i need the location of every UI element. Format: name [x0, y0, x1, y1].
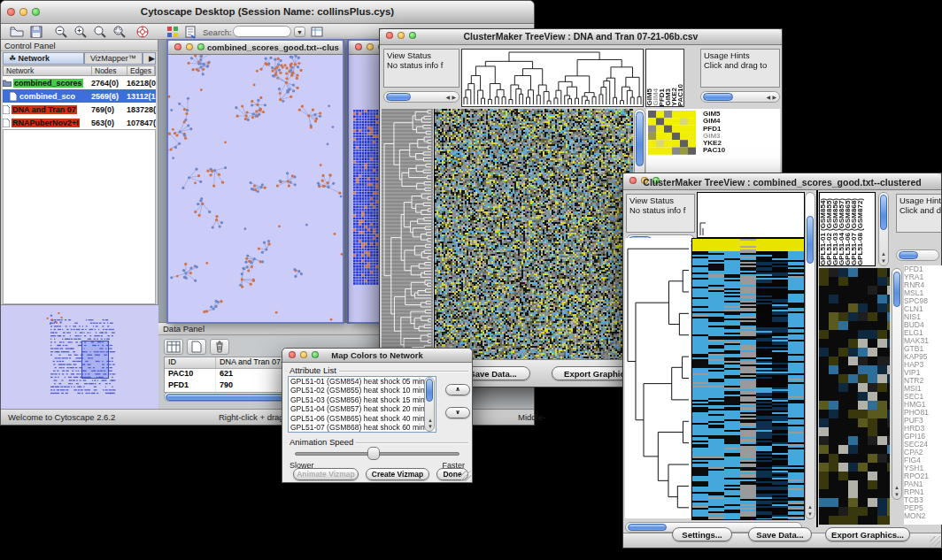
heatmap-zoom-view[interactable]	[648, 111, 696, 155]
file-icon	[10, 92, 17, 101]
main-window-title: Cytoscape Desktop (Session Name: collins…	[1, 6, 534, 17]
zoom-fit-icon[interactable]	[93, 25, 107, 39]
animation-speed-slider-thumb[interactable]	[367, 447, 380, 460]
attribute-list[interactable]: GPL51-01 (GSM854) heat shock 05 minGPL51…	[288, 376, 436, 433]
delete-attribute-icon[interactable]	[210, 339, 229, 355]
minimize-icon[interactable]	[367, 43, 374, 50]
tab-vizmapper[interactable]: VizMapper™	[84, 52, 143, 65]
table-row-selected[interactable]: combined_sco 2569(6) 13112(15)	[3, 89, 156, 103]
column-dendrogram[interactable]	[697, 192, 805, 238]
network-view-window: combined_scores_good.txt--cluste...	[166, 39, 344, 324]
desktop: Cytoscape Desktop (Session Name: collins…	[0, 0, 942, 560]
new-attribute-icon[interactable]	[187, 339, 206, 355]
control-panel-header: Control Panel	[1, 40, 158, 51]
treeview2-column-labels[interactable]: GPL51-01 (GSM854)GPL51-02 (GSM855)GPL51-…	[819, 192, 876, 266]
network-list-blank	[3, 129, 156, 304]
save-data-button[interactable]: Save Data...	[748, 527, 812, 541]
dialog-title: Map Colors to Network	[282, 350, 472, 360]
panel-divider	[816, 190, 818, 527]
control-panel: Control Panel ☘ Network VizMapper™ ▶ Net…	[1, 40, 158, 409]
resize-grip[interactable]	[930, 536, 940, 547]
animate-vizmap-button[interactable]: Animate Vizmap	[293, 468, 359, 480]
treeview2-titlebar[interactable]: ClusterMaker TreeView : combined_scores_…	[623, 173, 941, 190]
global-vscrollbar[interactable]: ▲▼	[805, 192, 815, 519]
file-icon	[3, 105, 10, 114]
treeview1-titlebar[interactable]: ClusterMaker TreeView : DNA and Tran 07-…	[380, 29, 782, 45]
network-canvas[interactable]	[168, 55, 343, 322]
search-input[interactable]	[233, 26, 291, 37]
column-labels-vscrollbar[interactable]: ▲▼	[878, 192, 889, 266]
search-label: Search:	[203, 27, 232, 37]
heatmap-global-view[interactable]	[434, 109, 633, 359]
dialog-titlebar[interactable]: Map Colors to Network	[282, 349, 472, 363]
help-icon[interactable]	[135, 25, 150, 39]
file-icon	[3, 119, 10, 127]
network-table-header: Network Nodes Edges	[3, 65, 156, 76]
usage-hints-hscrollbar[interactable]: ◀▶	[700, 91, 780, 103]
zoom-in-icon[interactable]	[73, 25, 88, 39]
main-titlebar[interactable]: Cytoscape Desktop (Session Name: collins…	[1, 1, 534, 24]
table-row[interactable]: DNA and Tran 07 769(0) 183728(0)	[3, 103, 156, 116]
vizmapper-icon[interactable]	[166, 25, 180, 39]
row-dendrogram[interactable]	[382, 109, 433, 359]
settings-button[interactable]: Settings...	[672, 527, 732, 541]
usage-hints-box: Usage HintsClick and drag to	[896, 194, 941, 233]
usage-hints-hscrollbar[interactable]	[896, 249, 939, 261]
status-welcome: Welcome to Cytoscape 2.6.2	[8, 412, 115, 422]
search-dropdown-icon[interactable]: ▼	[294, 27, 305, 37]
attribute-browser-icon[interactable]	[310, 25, 324, 39]
tab-network[interactable]: ☘ Network	[3, 52, 84, 65]
folder-icon	[3, 79, 12, 87]
attribute-list-vscrollbar[interactable]: ▲▼	[424, 377, 435, 432]
attribute-select-icon[interactable]	[164, 339, 183, 355]
close-icon[interactable]	[355, 43, 362, 50]
save-icon[interactable]	[29, 25, 43, 39]
tab-overflow-icon[interactable]: ▶	[143, 52, 156, 65]
table-row[interactable]: RNAPuberNov2+I 563(0) 107847(0)	[3, 116, 156, 129]
gene-label-list[interactable]: PFD1YRA1RNR4MSL1SPC98CLN1NIS1BUD4ELG1MAK…	[904, 265, 942, 525]
network-table: combined_scores 2764(0) 16218(0) combine…	[3, 76, 156, 129]
treeview1-row-labels[interactable]: GIM5GIM4PFD1GIM3YKE2PAC10	[703, 111, 725, 155]
treeview1-title: ClusterMaker TreeView : DNA and Tran 07-…	[380, 31, 782, 42]
usage-hints-box: Usage HintsClick and drag to	[700, 49, 780, 88]
move-down-button[interactable]: ∨	[445, 407, 470, 418]
treeview1-column-labels[interactable]: GIM5GIM4PFD1GIM3YKE2PAC10	[645, 49, 684, 107]
move-up-button[interactable]: ∧	[445, 384, 470, 395]
export-graphics-button[interactable]: Export Graphics...	[825, 527, 910, 541]
network-window-title: combined_scores_good.txt--cluste...	[207, 42, 339, 52]
zoom-selected-icon[interactable]	[112, 25, 127, 39]
zoom-vscrollbar[interactable]: ▲▼	[892, 268, 902, 500]
column-dendrogram[interactable]	[461, 49, 644, 107]
control-panel-tabs: ☘ Network VizMapper™ ▶	[3, 52, 156, 65]
view-status-box: View StatusNo status info f	[383, 49, 459, 88]
heatmap-zoom-view[interactable]	[819, 268, 890, 525]
map-colors-dialog: Map Colors to Network Attribute List GPL…	[282, 348, 473, 483]
animation-speed-label: Animation Speed	[287, 437, 356, 447]
table-row[interactable]: combined_scores 2764(0) 16218(0)	[3, 76, 156, 89]
birdseye-view[interactable]	[1, 304, 158, 409]
treeview2-title: ClusterMaker TreeView : combined_scores_…	[623, 177, 941, 188]
zoom-window-icon[interactable]	[197, 43, 205, 50]
minimize-icon[interactable]	[186, 43, 193, 50]
status-hint-middle: Middle-	[518, 412, 545, 422]
row-dendrogram[interactable]	[625, 238, 691, 518]
import-icon[interactable]	[183, 25, 197, 39]
zoom-out-icon[interactable]	[54, 25, 68, 39]
open-icon[interactable]	[10, 25, 24, 39]
inner-titlebar[interactable]: combined_scores_good.txt--cluste...	[168, 41, 343, 55]
resize-grip[interactable]	[460, 471, 471, 481]
attribute-list-label: Attribute List	[287, 365, 339, 375]
view-status-box: View StatusNo status info f	[626, 194, 695, 233]
treeview2-window: ClusterMaker TreeView : combined_scores_…	[622, 173, 942, 548]
create-vizmap-button[interactable]: Create Vizmap	[366, 468, 429, 480]
view-status-hscrollbar[interactable]: ◀▶	[383, 91, 459, 103]
heatmap-global-view[interactable]	[691, 238, 805, 520]
close-icon[interactable]	[174, 43, 181, 50]
treeview2-buttonbar: Settings... Save Data... Export Graphics…	[623, 533, 941, 548]
